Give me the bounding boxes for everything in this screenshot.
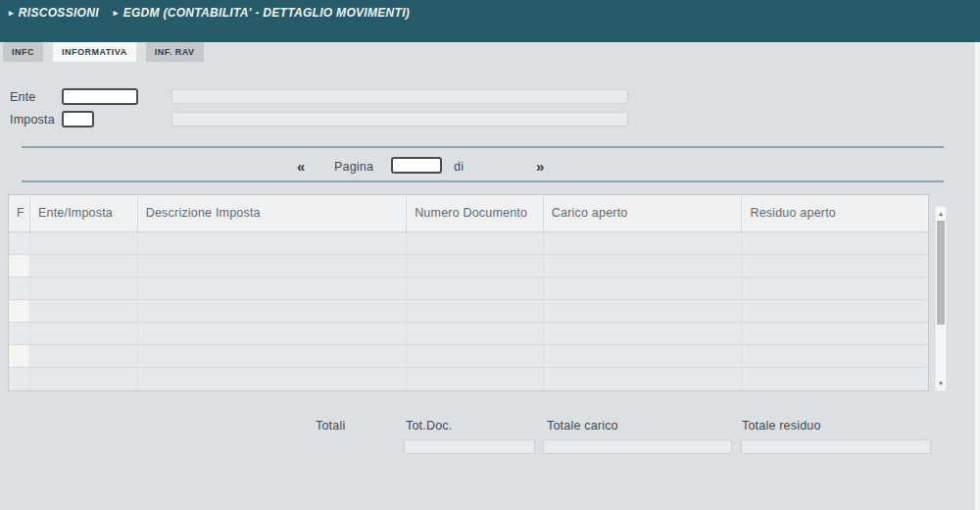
breadcrumb-label: EGDM (CONTABILITA' - DETTAGLIO MOVIMENTI…	[123, 6, 410, 20]
imposta-label: Imposta	[10, 113, 55, 127]
table-row[interactable]	[9, 232, 928, 255]
table-cell[interactable]	[30, 323, 138, 344]
tot-doc-value-field	[404, 439, 535, 454]
page-number-input[interactable]	[391, 157, 442, 174]
column-header-descrizione-imposta[interactable]: Descrizione Imposta	[138, 195, 407, 231]
table-cell[interactable]	[544, 255, 743, 277]
tot-doc-label: Tot.Doc.	[406, 419, 452, 433]
table-cell[interactable]	[407, 345, 544, 367]
table-cell[interactable]	[138, 232, 407, 254]
table-cell[interactable]	[138, 345, 407, 367]
column-header-residuo-aperto[interactable]: Residuo aperto	[742, 195, 928, 231]
table-cell[interactable]	[9, 345, 30, 367]
breadcrumb-item-egdm[interactable]: ▸ EGDM (CONTABILITA' - DETTAGLIO MOVIMEN…	[114, 6, 410, 20]
table-cell[interactable]	[138, 323, 407, 344]
column-header-carico-aperto[interactable]: Carico aperto	[544, 195, 743, 231]
table-cell[interactable]	[9, 278, 30, 299]
separator-line	[22, 146, 944, 148]
totale-carico-value-field	[543, 439, 732, 454]
table-cell[interactable]	[9, 232, 30, 254]
table-cell[interactable]	[9, 323, 30, 344]
table-cell[interactable]	[30, 300, 138, 322]
totale-residuo-label: Totale residuo	[742, 419, 821, 433]
table-cell[interactable]	[742, 255, 928, 277]
table-cell[interactable]	[138, 300, 407, 322]
table-scrollbar[interactable]: ▲ ▼	[935, 206, 947, 391]
tab-inf-rav[interactable]: INF. RAV	[146, 42, 204, 62]
table-cell[interactable]	[30, 278, 138, 299]
scrollbar-thumb[interactable]	[937, 221, 945, 325]
table-cell[interactable]	[407, 323, 544, 344]
right-edge-strip	[975, 42, 980, 510]
scrollbar-up-icon[interactable]: ▲	[936, 211, 946, 217]
totale-residuo-value-field	[741, 439, 931, 454]
table-row[interactable]	[9, 345, 928, 368]
table-cell[interactable]	[544, 232, 743, 254]
imposta-input[interactable]	[62, 111, 94, 128]
breadcrumb-arrow-icon: ▸	[9, 9, 14, 18]
table-cell[interactable]	[138, 255, 407, 277]
table-cell[interactable]	[30, 232, 138, 254]
tab-infc[interactable]: INFC	[3, 42, 43, 62]
table-header-row: F Ente/Imposta Descrizione Imposta Numer…	[9, 195, 928, 232]
next-page-button[interactable]: »	[536, 159, 544, 174]
table-cell[interactable]	[742, 278, 928, 299]
movements-table: F Ente/Imposta Descrizione Imposta Numer…	[8, 194, 929, 391]
table-cell[interactable]	[544, 345, 743, 367]
table-row[interactable]	[9, 323, 928, 345]
table-cell[interactable]	[407, 368, 544, 390]
table-cell[interactable]	[30, 255, 138, 277]
table-cell[interactable]	[544, 323, 743, 344]
table-cell[interactable]	[30, 368, 138, 390]
table-cell[interactable]	[742, 368, 928, 390]
table-cell[interactable]	[544, 368, 743, 390]
prev-page-button[interactable]: «	[297, 159, 305, 174]
tab-bar: INFC INFORMATIVA INF. RAV	[3, 42, 204, 62]
table-cell[interactable]	[407, 300, 544, 322]
table-cell[interactable]	[407, 255, 544, 277]
table-cell[interactable]	[9, 300, 30, 322]
table-body	[9, 232, 928, 390]
table-cell[interactable]	[742, 345, 928, 367]
of-label: di	[454, 160, 464, 174]
scrollbar-down-icon[interactable]: ▼	[936, 381, 946, 386]
imposta-description-field	[172, 112, 628, 127]
pagina-label: Pagina	[334, 160, 373, 174]
column-header-ente-imposta[interactable]: Ente/Imposta	[30, 195, 138, 231]
table-cell[interactable]	[407, 232, 544, 254]
column-header-f[interactable]: F	[9, 195, 30, 231]
table-cell[interactable]	[9, 368, 30, 390]
table-row[interactable]	[9, 300, 928, 323]
ente-input[interactable]	[62, 88, 138, 105]
totali-label: Totali	[316, 419, 345, 433]
table-row[interactable]	[9, 278, 928, 300]
table-cell[interactable]	[138, 368, 407, 390]
ente-description-field	[172, 89, 628, 104]
table-cell[interactable]	[138, 278, 407, 299]
breadcrumb-item-riscossioni[interactable]: ▸ RISCOSSIONI	[9, 6, 99, 20]
table-row[interactable]	[9, 255, 928, 278]
table-cell[interactable]	[742, 232, 928, 254]
table-row[interactable]	[9, 368, 928, 390]
column-header-numero-documento[interactable]: Numero Documento	[407, 195, 544, 231]
breadcrumb: ▸ RISCOSSIONI ▸ EGDM (CONTABILITA' - DET…	[9, 6, 410, 20]
table-cell[interactable]	[30, 345, 138, 367]
totale-carico-label: Totale carico	[547, 419, 618, 433]
ente-label: Ente	[10, 90, 36, 104]
app-window: ▸ RISCOSSIONI ▸ EGDM (CONTABILITA' - DET…	[0, 0, 980, 510]
table-cell[interactable]	[742, 323, 928, 344]
top-header-bar: ▸ RISCOSSIONI ▸ EGDM (CONTABILITA' - DET…	[0, 0, 980, 42]
table-cell[interactable]	[742, 300, 928, 322]
breadcrumb-label: RISCOSSIONI	[19, 6, 99, 20]
table-cell[interactable]	[544, 300, 743, 322]
tab-informativa[interactable]: INFORMATIVA	[53, 42, 136, 62]
table-cell[interactable]	[9, 255, 30, 277]
separator-line	[22, 180, 944, 182]
breadcrumb-arrow-icon: ▸	[114, 9, 119, 18]
table-cell[interactable]	[544, 278, 743, 299]
table-cell[interactable]	[407, 278, 544, 299]
